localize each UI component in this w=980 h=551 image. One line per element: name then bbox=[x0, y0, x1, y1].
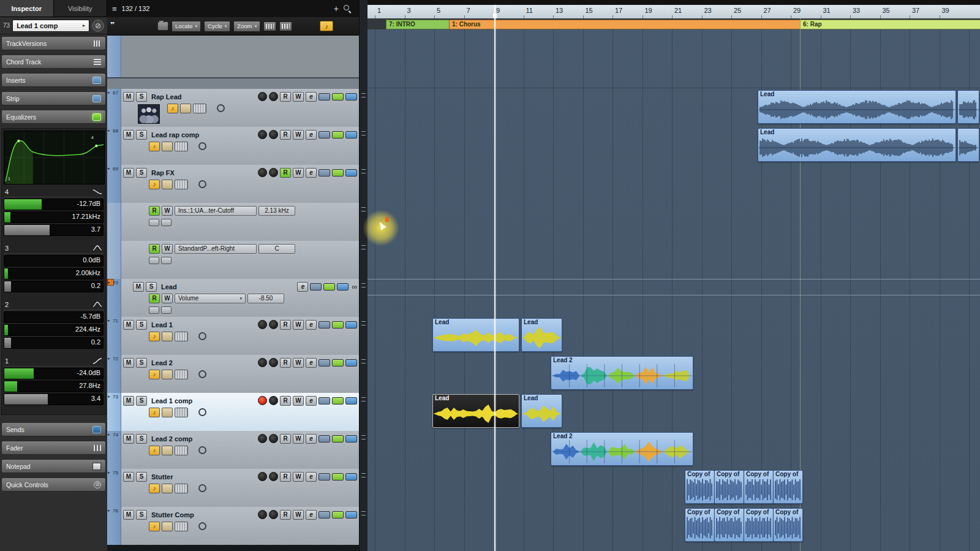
write-button[interactable]: W bbox=[293, 396, 304, 406]
monitor-button[interactable] bbox=[269, 396, 278, 405]
clip-copy-of[interactable]: Copy of bbox=[685, 508, 715, 542]
solo-button[interactable]: S bbox=[136, 168, 147, 178]
read-button[interactable]: R bbox=[280, 358, 291, 368]
eq-band-2-q-field[interactable]: 0.2 bbox=[4, 337, 104, 349]
eq-band-2-freq-field[interactable]: 224.4Hz bbox=[4, 324, 104, 336]
row-resize-handle[interactable] bbox=[361, 473, 366, 477]
eq-node[interactable] bbox=[95, 145, 97, 147]
solo-button[interactable]: S bbox=[136, 434, 147, 444]
clip-lead-2[interactable]: Lead 2 bbox=[551, 356, 693, 390]
eq-band-4-freq-field[interactable]: 17.21kHz bbox=[4, 211, 104, 223]
lanes-button[interactable] bbox=[162, 484, 173, 493]
record-enable-button[interactable] bbox=[258, 320, 267, 329]
record-enable-button[interactable] bbox=[258, 472, 267, 481]
read-button[interactable]: R bbox=[280, 320, 291, 330]
edit-channel-button[interactable]: e bbox=[306, 320, 317, 330]
read-button[interactable]: R bbox=[280, 396, 291, 406]
sends-bypass-button[interactable] bbox=[345, 397, 357, 405]
inserts-bypass-button[interactable] bbox=[318, 473, 330, 481]
read-button[interactable]: R bbox=[280, 472, 291, 482]
monitor-button[interactable] bbox=[269, 358, 278, 367]
solo-button[interactable]: S bbox=[136, 92, 147, 102]
edit-channel-button[interactable]: e bbox=[297, 282, 308, 292]
edit-channel-button[interactable]: e bbox=[306, 510, 317, 520]
mute-button[interactable]: M bbox=[123, 168, 134, 178]
clip-lead[interactable]: Lead bbox=[758, 90, 956, 124]
musical-mode-button[interactable]: ♪ bbox=[149, 522, 160, 531]
read-automation-button[interactable]: R bbox=[149, 294, 160, 303]
fold-arrow-icon[interactable]: ▸ bbox=[108, 90, 110, 95]
write-button[interactable]: W bbox=[293, 92, 304, 102]
eq-bypass-button[interactable] bbox=[332, 473, 344, 481]
read-button[interactable]: R bbox=[280, 130, 291, 140]
monitor-button[interactable] bbox=[269, 320, 278, 329]
zoom-tracks-icon[interactable] bbox=[279, 21, 292, 31]
eq-band-type-icon[interactable] bbox=[92, 357, 102, 365]
eq-band-3-gain-field[interactable]: 0.0dB bbox=[4, 255, 104, 267]
timebase-button[interactable] bbox=[193, 104, 206, 113]
musical-mode-button[interactable]: ♪ bbox=[149, 446, 160, 455]
eq-band-4-gain-field[interactable]: -12.7dB bbox=[4, 199, 104, 210]
eq-node[interactable] bbox=[17, 140, 20, 142]
fold-arrow-icon[interactable]: ▸ bbox=[108, 432, 110, 437]
track-row-lead-1-comp[interactable]: ▸73MSLead 1 compRWe♪ bbox=[107, 393, 360, 431]
write-automation-button[interactable]: W bbox=[162, 206, 173, 216]
panel-divider[interactable] bbox=[359, 0, 368, 551]
eq-band-4-q-field[interactable]: 3.7 bbox=[4, 224, 104, 236]
row-resize-handle[interactable] bbox=[361, 131, 366, 135]
read-button[interactable]: R bbox=[280, 510, 291, 520]
eq-band-1-gain-field[interactable]: -24.0dB bbox=[4, 368, 104, 379]
fold-arrow-icon[interactable]: ▸ bbox=[108, 508, 110, 513]
inserts-bypass-button[interactable] bbox=[318, 321, 330, 329]
locate-dropdown[interactable]: Locate ▾ bbox=[172, 21, 201, 32]
fold-arrow-icon[interactable]: ▸ bbox=[108, 394, 110, 399]
row-resize-handle[interactable] bbox=[361, 93, 366, 97]
timebase-button[interactable] bbox=[175, 332, 188, 341]
inserts-bypass-button[interactable] bbox=[318, 397, 330, 405]
musical-mode-button[interactable]: ♪ bbox=[149, 370, 160, 379]
row-resize-handle[interactable] bbox=[361, 359, 366, 363]
read-button[interactable]: R bbox=[280, 434, 291, 444]
automation-options-button[interactable] bbox=[161, 219, 172, 226]
fold-tracks-icon[interactable]: ▾▾ bbox=[110, 20, 116, 26]
track-height-icon[interactable] bbox=[263, 21, 276, 31]
write-button[interactable]: W bbox=[293, 510, 304, 520]
solo-button[interactable]: S bbox=[136, 396, 147, 406]
lanes-button[interactable] bbox=[162, 370, 173, 379]
record-enable-button[interactable] bbox=[258, 396, 267, 405]
automation-options-button[interactable] bbox=[161, 257, 172, 264]
track-row-automation-3[interactable]: RWIns.:1:UA...ter-Cutoff2.13 kHz bbox=[107, 203, 360, 241]
eq-band-1-q-field[interactable]: 3.4 bbox=[4, 393, 104, 405]
inspector-section-sends[interactable]: Sends bbox=[1, 422, 106, 436]
eq-band-type-icon[interactable] bbox=[92, 188, 102, 196]
eq-band-3-q-field[interactable]: 0.2 bbox=[4, 281, 104, 292]
inspector-section-quick-controls[interactable]: Quick Controls⊘ bbox=[1, 477, 106, 492]
monitor-button[interactable] bbox=[269, 168, 278, 177]
row-resize-handle[interactable] bbox=[361, 245, 366, 249]
eq-band-type-icon[interactable] bbox=[92, 245, 102, 252]
record-enable-button[interactable] bbox=[258, 130, 267, 139]
musical-mode-button[interactable]: ♪ bbox=[149, 408, 160, 417]
mute-button[interactable]: M bbox=[123, 130, 134, 140]
clip-lead-2[interactable]: Lead 2 bbox=[551, 432, 693, 466]
solo-button[interactable]: S bbox=[136, 510, 147, 520]
write-button[interactable]: W bbox=[293, 168, 304, 178]
record-enable-button[interactable] bbox=[258, 168, 267, 177]
mute-automation-button[interactable] bbox=[149, 306, 159, 314]
timebase-button[interactable] bbox=[175, 408, 188, 417]
mute-button[interactable]: M bbox=[133, 282, 144, 292]
lanes-button[interactable] bbox=[162, 142, 173, 151]
mute-button[interactable]: M bbox=[123, 472, 134, 482]
automation-options-button[interactable] bbox=[161, 306, 172, 314]
inspector-section-fader[interactable]: Fader bbox=[1, 441, 106, 455]
cycle-dropdown[interactable]: Cycle ▾ bbox=[204, 21, 230, 32]
sends-bypass-button[interactable] bbox=[345, 321, 357, 329]
mute-automation-button[interactable] bbox=[149, 219, 159, 226]
monitor-button[interactable] bbox=[269, 92, 278, 101]
edit-channel-button[interactable]: e bbox=[306, 472, 317, 482]
add-track-icon[interactable]: + bbox=[334, 4, 339, 13]
eq-bypass-button[interactable] bbox=[332, 397, 344, 405]
write-button[interactable]: W bbox=[293, 130, 304, 140]
clip-lead[interactable]: Lead bbox=[758, 128, 956, 162]
monitor-button[interactable] bbox=[269, 472, 278, 481]
